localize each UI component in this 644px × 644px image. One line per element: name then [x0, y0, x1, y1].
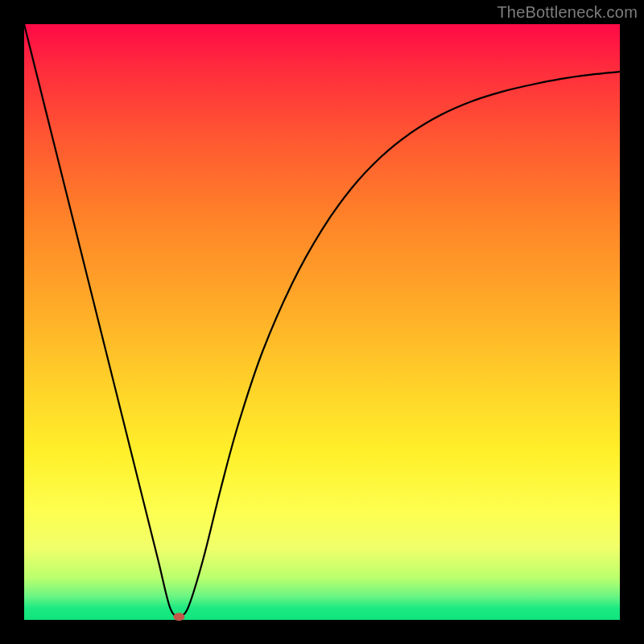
bottleneck-curve	[24, 24, 620, 617]
minimum-marker	[173, 613, 184, 621]
plot-area	[24, 24, 620, 620]
attribution-text: TheBottleneck.com	[497, 3, 638, 22]
chart-frame: TheBottleneck.com	[0, 0, 644, 644]
curve-svg	[24, 24, 620, 620]
